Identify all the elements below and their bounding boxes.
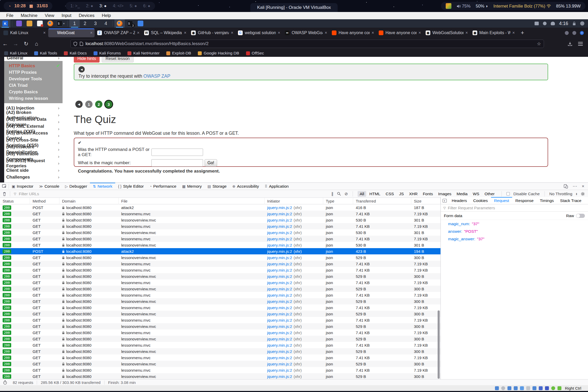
bookmark-item[interactable]: Exploit-DB bbox=[166, 51, 191, 56]
kali-menu-button[interactable]: K bbox=[0, 19, 10, 28]
devtools-tab[interactable]: ⇅ Network bbox=[90, 183, 115, 190]
table-row[interactable]: 200 GET localhost:8080 lessonoverview.mv… bbox=[0, 323, 440, 329]
workspace-button[interactable]: 4 bbox=[101, 19, 111, 28]
table-row[interactable]: 200 GET localhost:8080 lessonoverview.mv… bbox=[0, 311, 440, 317]
host-workspace-item[interactable]: 3: ● bbox=[99, 4, 106, 8]
brightness-indicator[interactable]: 50% ◗ bbox=[476, 4, 488, 9]
initiator-link[interactable]: jquery.min.js:2 bbox=[267, 212, 292, 216]
table-row[interactable]: 200 GET localhost:8080 lessonmenu.mvc jq… bbox=[0, 261, 440, 267]
devtools-tab[interactable]: ≫ Console bbox=[36, 183, 62, 190]
sidebar-category[interactable]: (A8:2013) Request Forgeries bbox=[4, 160, 63, 167]
firefox-launcher[interactable] bbox=[45, 19, 56, 28]
bookmark-item[interactable]: OffSec bbox=[246, 51, 264, 56]
browser-tab[interactable]: Have anyone comple × bbox=[377, 28, 423, 37]
initiator-link[interactable]: jquery.min.js:2 bbox=[267, 356, 292, 360]
bookmark-item[interactable]: Google Hacking DB bbox=[198, 51, 239, 56]
vbox-status-icon[interactable] bbox=[526, 386, 530, 390]
workspace-button[interactable]: 3 bbox=[90, 19, 101, 28]
initiator-link[interactable]: jquery.min.js:2 bbox=[267, 305, 292, 310]
table-row[interactable]: 200 GET localhost:8080 lessonmenu.mvc jq… bbox=[0, 304, 440, 311]
table-row[interactable]: 200 GET localhost:8080 lessonmenu.mvc jq… bbox=[0, 292, 440, 298]
reset-lesson-button[interactable]: Reset lesson bbox=[102, 57, 134, 63]
initiator-link[interactable]: jquery.min.js:2 bbox=[267, 280, 292, 285]
block-requests-icon[interactable]: ⊘ bbox=[345, 192, 348, 196]
workspace-button[interactable]: 2 bbox=[80, 19, 90, 28]
browser-tab[interactable]: W SQL – Wikipedia × bbox=[142, 28, 188, 37]
devtools-tab[interactable]: ⊕ Accessibility bbox=[229, 183, 262, 190]
devtools-tab[interactable]: ◔ Performance bbox=[147, 183, 179, 190]
hide-hints-button[interactable]: Hide hints bbox=[74, 57, 100, 63]
request-filter-pill[interactable]: WS bbox=[471, 191, 481, 197]
bookmark-item[interactable]: Kali Linux bbox=[4, 51, 27, 56]
raw-toggle[interactable] bbox=[576, 214, 585, 218]
go-button[interactable]: Go! bbox=[205, 159, 217, 167]
workspace-button[interactable]: 1 bbox=[69, 19, 80, 28]
initiator-link[interactable]: jquery.min.js:2 bbox=[267, 274, 292, 279]
url-text[interactable]: localhost:8080/WebGoat/start.mvc#lesson/… bbox=[85, 41, 535, 46]
initiator-link[interactable]: jquery.min.js:2 bbox=[267, 318, 292, 322]
detail-tab[interactable]: Cookies bbox=[470, 197, 491, 204]
volume-indicator[interactable]: 75% bbox=[457, 4, 471, 9]
bookmark-star-icon[interactable]: ☆ bbox=[537, 41, 541, 47]
editor-button[interactable] bbox=[35, 19, 45, 28]
search-icon[interactable] bbox=[337, 192, 341, 196]
close-icon[interactable]: × bbox=[512, 30, 515, 35]
maximize-button[interactable] bbox=[572, 31, 576, 35]
vbox-menu-item[interactable]: View bbox=[41, 13, 58, 18]
home-button[interactable]: ⌂ bbox=[31, 41, 42, 47]
table-row[interactable]: 200 GET localhost:8080 lessonoverview.mv… bbox=[0, 286, 440, 292]
page-number-button[interactable]: 3 bbox=[105, 101, 112, 108]
sidebar-lesson-item[interactable]: Crypto Basics bbox=[4, 89, 63, 95]
initiator-link[interactable]: jquery.min.js:2 bbox=[267, 362, 292, 366]
initiator-link[interactable]: jquery.min.js:2 bbox=[267, 299, 292, 304]
page-info-icon[interactable] bbox=[80, 42, 83, 46]
table-row[interactable]: 200 GET localhost:8080 lessonmenu.mvc jq… bbox=[0, 211, 440, 217]
sidebar-category[interactable]: Challenges bbox=[4, 174, 63, 181]
initiator-link[interactable]: jquery.min.js:2 bbox=[267, 330, 292, 335]
terminal-window-button[interactable]: $3 bbox=[125, 19, 135, 28]
initiator-link[interactable]: jquery.min.js:2 bbox=[267, 312, 292, 316]
request-filter-pill[interactable]: HTML bbox=[367, 191, 382, 197]
table-scrollbar[interactable] bbox=[438, 310, 440, 379]
vbox-status-icon[interactable] bbox=[545, 386, 549, 390]
table-row[interactable]: 200 GET localhost:8080 lessonoverview.mv… bbox=[0, 254, 440, 261]
initiator-link[interactable]: jquery.min.js:2 bbox=[267, 255, 292, 260]
browser-tab[interactable]: G webgoat solutions - G × bbox=[236, 28, 282, 37]
request-filter-pill[interactable]: XHR bbox=[407, 191, 420, 197]
table-row[interactable]: 200 GET localhost:8080 lessonoverview.mv… bbox=[0, 373, 440, 379]
table-row[interactable]: 200 GET localhost:8080 lessonmenu.mvc jq… bbox=[0, 329, 440, 336]
close-icon[interactable]: × bbox=[466, 30, 468, 35]
request-filter-pill[interactable]: JS bbox=[397, 191, 406, 197]
close-icon[interactable]: × bbox=[372, 30, 374, 35]
close-icon[interactable]: × bbox=[325, 30, 327, 35]
meatball-menu-icon[interactable]: ⋯ bbox=[573, 183, 577, 189]
initiator-link[interactable]: jquery.min.js:2 bbox=[267, 368, 292, 372]
disable-cache-label[interactable]: Disable Cache bbox=[513, 192, 540, 196]
initiator-link[interactable]: jquery.min.js:2 bbox=[267, 224, 292, 229]
table-row[interactable]: 200 GET localhost:8080 lessonoverview.mv… bbox=[0, 348, 440, 354]
owasp-zap-link[interactable]: OWASP ZAP bbox=[143, 74, 170, 79]
network-settings-gear-icon[interactable] bbox=[581, 192, 585, 196]
devtools-tab[interactable]: ▦ Memory bbox=[179, 183, 205, 190]
host-workspace-item[interactable]: 6: ● bbox=[143, 4, 150, 8]
tray-icon[interactable] bbox=[446, 3, 451, 9]
initiator-link[interactable]: jquery.min.js:2 bbox=[267, 343, 292, 347]
sidebar-lesson-item[interactable]: Writing new lesson bbox=[4, 95, 63, 102]
host-workspace-item[interactable]: 2: ● bbox=[86, 4, 93, 8]
transfer-summary[interactable]: 285.56 KB / 303.90 KB transferred bbox=[37, 381, 104, 384]
request-filter-pill[interactable]: All bbox=[358, 191, 366, 197]
table-row[interactable]: 200 GET localhost:8080 lessonmenu.mvc jq… bbox=[0, 223, 440, 229]
browser-tab[interactable]: ◉ WebGoatSolutions/S × bbox=[424, 28, 470, 37]
table-row[interactable]: 200 GET localhost:8080 lessonoverview.mv… bbox=[0, 242, 440, 248]
column-header[interactable]: Size bbox=[411, 198, 440, 204]
host-workspace-item[interactable]: 1: >_ bbox=[70, 4, 80, 8]
table-row[interactable]: 200 GET localhost:8080 lessonmenu.mvc jq… bbox=[0, 354, 440, 361]
initiator-link[interactable]: jquery.min.js:2 bbox=[267, 337, 292, 341]
detail-tab[interactable]: Stack Trace bbox=[557, 197, 585, 204]
detail-tab[interactable]: Request bbox=[491, 197, 512, 204]
filter-urls-input[interactable]: Filter URLs bbox=[19, 192, 39, 196]
request-filter-pill[interactable]: Images bbox=[436, 191, 454, 197]
table-row[interactable]: 200 GET localhost:8080 lessonoverview.mv… bbox=[0, 217, 440, 223]
throttling-select[interactable]: No Throttling bbox=[549, 192, 572, 196]
vbox-menu-item[interactable]: Help bbox=[98, 13, 115, 18]
